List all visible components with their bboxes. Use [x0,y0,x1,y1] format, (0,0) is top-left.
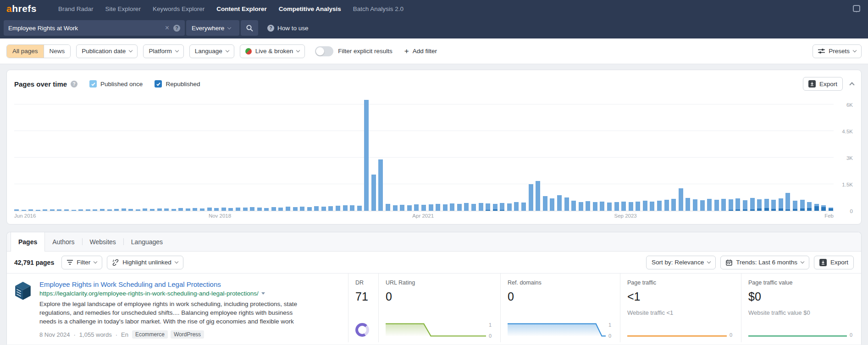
chart-bar[interactable] [579,202,583,211]
chart-bar[interactable] [536,181,540,211]
chart-bar[interactable] [207,208,212,211]
segment-all-pages[interactable]: All pages [7,45,44,58]
chart-bar[interactable] [228,208,233,211]
chart-bar[interactable] [128,209,133,211]
sort-by-dropdown[interactable]: Sort by: Relevance [646,256,716,269]
chart-bar[interactable] [350,205,354,211]
live-broken-dropdown[interactable]: Live & broken [240,44,305,58]
chart-bar[interactable] [721,199,726,211]
chart-bar[interactable] [686,198,690,211]
chart-bar[interactable] [785,193,790,211]
chart-bar[interactable] [407,205,412,211]
how-to-use-link[interactable]: ? How to use [267,25,309,32]
chart-bar[interactable] [386,204,390,211]
chart-bar[interactable] [821,205,826,211]
chart-bar[interactable] [500,203,504,211]
chart-bar[interactable] [507,203,512,211]
chart-bar[interactable] [593,202,597,211]
chart-bar[interactable] [643,201,647,211]
chart-bar[interactable] [257,208,262,211]
chart-bar[interactable] [529,184,533,211]
chart-bar[interactable] [250,207,254,211]
chart-bar[interactable] [371,175,376,211]
collapse-chart-icon[interactable] [849,82,854,87]
chart-bar[interactable] [636,202,640,211]
chart-bar[interactable] [143,208,147,211]
chart-bar[interactable] [300,207,304,211]
chart-bar[interactable] [614,202,619,211]
chart-bar[interactable] [521,203,526,211]
chart-bar[interactable] [64,209,69,211]
chart-bar[interactable] [22,210,26,211]
filter-button[interactable]: Filter [61,256,102,269]
chart-bar[interactable] [178,208,183,211]
chart-bar[interactable] [264,208,269,211]
chart-bar[interactable] [750,198,755,211]
toggle-switch[interactable] [315,46,333,56]
search-input[interactable]: Employee Rights at Work × ? [4,20,185,36]
chart-bar[interactable] [550,198,554,211]
checkbox-icon[interactable] [89,80,97,88]
chart-bar[interactable] [814,204,819,211]
chart-bar[interactable] [557,195,562,211]
chart-bar[interactable] [443,204,448,211]
checkbox-icon[interactable] [155,80,162,88]
chart-bar[interactable] [479,203,483,211]
chart-bar[interactable] [343,205,348,211]
chart-bar[interactable] [735,198,740,211]
chart-bar[interactable] [414,204,419,211]
chart-bar[interactable] [400,205,404,211]
tab-pages[interactable]: Pages [11,232,45,252]
chart-bar[interactable] [243,208,248,211]
chart-bar[interactable] [679,188,683,211]
chart-bar[interactable] [72,210,76,211]
chart-bar[interactable] [693,199,697,211]
chart-bar[interactable] [221,208,226,211]
chart-bar[interactable] [271,207,276,211]
tab-authors[interactable]: Authors [45,232,82,251]
chart-bar[interactable] [86,209,90,211]
chart-bar[interactable] [564,197,569,211]
chart-bar[interactable] [657,201,662,211]
chat-icon[interactable] [852,5,861,13]
chart-bar[interactable] [93,209,97,211]
chart-bar[interactable] [629,202,633,211]
nav-item-content-explorer[interactable]: Content Explorer [210,5,273,12]
chart-bar[interactable] [464,203,469,211]
chart-bar[interactable] [122,208,126,211]
chart-bar[interactable] [457,204,462,211]
chart-bar[interactable] [57,209,61,211]
chart-bar[interactable] [829,208,833,211]
url-dropdown-icon[interactable] [261,292,265,295]
chart-bar[interactable] [700,200,705,211]
chart-bar[interactable] [14,209,19,211]
trends-dropdown[interactable]: Trends: Last 6 months [720,256,809,269]
chart-bar[interactable] [186,208,190,211]
chart-bar[interactable] [421,205,426,211]
nav-item-batch-analysis-2-0[interactable]: Batch Analysis 2.0 [347,5,409,12]
chart-bar[interactable] [378,159,383,211]
chart-plot[interactable] [14,94,834,211]
highlight-unlinked-button[interactable]: Highlight unlinked [107,256,183,269]
chart-bar[interactable] [486,203,490,211]
chart-bar[interactable] [114,209,119,211]
chart-bar[interactable] [650,202,654,211]
chart-bar[interactable] [729,199,733,211]
chart-bar[interactable] [807,202,812,211]
segment-news[interactable]: News [44,45,71,58]
chart-bar[interactable] [171,209,176,211]
publication-date-dropdown[interactable]: Publication date [76,44,138,58]
checkbox-republished[interactable]: Republished [155,80,200,88]
chart-bar[interactable] [150,209,155,211]
results-export-button[interactable]: Export [814,256,854,269]
chart-bar[interactable] [50,209,55,211]
chart-bar[interactable] [164,208,169,211]
tab-languages[interactable]: Languages [124,232,170,251]
nav-item-competitive-analysis[interactable]: Competitive Analysis [273,5,347,12]
chart-bar[interactable] [493,204,498,211]
chart-bar[interactable] [779,198,783,211]
chart-bar[interactable] [328,206,333,211]
chart-bar[interactable] [336,206,340,211]
result-title-link[interactable]: Employee Rights in Work Scheduling and L… [39,280,308,289]
chart-bar[interactable] [429,204,433,211]
